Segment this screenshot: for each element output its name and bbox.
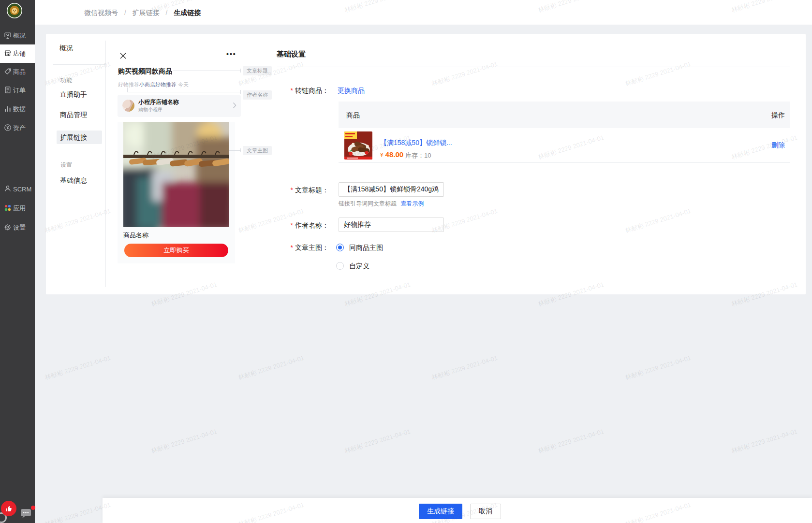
callout-badge-article-title: 文章标题 (243, 66, 272, 75)
store-subtitle: 购物小程序 (138, 106, 162, 113)
product-title-link[interactable]: 【满158减50】锁鲜锁... (380, 139, 452, 147)
view-example-link[interactable]: 查看示例 (400, 200, 424, 207)
product-price: ¥ 48.00 (380, 150, 403, 159)
close-icon (120, 53, 126, 60)
cancel-button[interactable]: 取消 (470, 504, 501, 519)
submenu-group-function: 功能 (60, 76, 72, 85)
submenu-divider-line (53, 152, 105, 152)
sidebar-item-assets[interactable]: 资产 (0, 119, 35, 137)
submenu-item-basic-info[interactable]: 基础信息 (60, 176, 87, 185)
sidebar-item-label: 设置 (13, 223, 26, 232)
sidebar-item-label: 资产 (13, 124, 26, 132)
watermark-text: 林献彬 2229 2021-04-01 (44, 501, 112, 523)
feedback-like-button[interactable] (1, 501, 16, 516)
callout-line-author (127, 92, 241, 92)
section-title: 基础设置 (277, 50, 306, 59)
sidebar-item-label: 概况 (13, 31, 26, 40)
change-product-link[interactable]: 更换商品 (338, 87, 365, 95)
radio-same-as-product-image[interactable] (336, 244, 344, 251)
sidebar-item-scrm[interactable]: SCRM (0, 180, 35, 198)
sidebar-item-orders[interactable]: 订单 (0, 81, 35, 100)
top-bar: 微信视频号 / 扩展链接 / 生成链接 (35, 0, 812, 25)
callout-line-image (229, 150, 241, 151)
submenu-item-product-management[interactable]: 商品管理 (60, 111, 87, 119)
workspace-avatar[interactable] (7, 3, 22, 18)
generate-link-button[interactable]: 生成链接 (419, 504, 462, 519)
callout-tick (240, 90, 241, 94)
submenu-item-live-assistant[interactable]: 直播助手 (60, 90, 87, 99)
submenu-group-settings: 设置 (60, 161, 72, 169)
primary-sidebar: 概况 店铺 商品 订单 数据 资产 SCRM 应用 设置 (0, 0, 35, 523)
sidebar-item-label: 订单 (13, 86, 26, 95)
callout-badge-article-image: 文章主图 (243, 146, 272, 155)
sidebar-item-goods[interactable]: 商品 (0, 63, 35, 81)
product-thumbnail (344, 131, 372, 160)
watermark-text: 林献彬 2229 2021-04-01 (624, 354, 692, 382)
delete-link[interactable]: 删除 (771, 141, 785, 150)
tag-icon (0, 68, 13, 77)
field-label-article-title: *文章标题： (266, 186, 329, 195)
callout-tick (240, 69, 241, 73)
watermark-text: 林献彬 2229 2021-04-01 (150, 427, 218, 456)
person-icon (0, 185, 13, 194)
column-header-product: 商品 (346, 111, 360, 120)
dashboard-icon (0, 31, 13, 41)
customer-service-button[interactable] (21, 509, 31, 521)
sidebar-item-label: 应用 (13, 204, 26, 213)
callout-line-title (173, 71, 241, 71)
section-divider (277, 67, 790, 67)
gear-icon (0, 223, 13, 232)
article-title-input[interactable] (339, 182, 444, 197)
product-table-header (339, 102, 790, 128)
watermark-text: 林献彬 2229 2021-04-01 (343, 427, 412, 456)
price-amount: 48.00 (385, 150, 404, 159)
submenu-item-extend-link[interactable]: 扩展链接 (60, 133, 87, 142)
product-stock: 库存：10 (405, 151, 431, 160)
sidebar-item-shop[interactable]: 店铺 (0, 44, 35, 63)
breadcrumb-separator: / (124, 9, 126, 16)
preview-article-title: 购买视频同款商品 (118, 67, 172, 76)
required-mark: * (291, 186, 293, 194)
order-icon (0, 86, 13, 95)
preview-channel-link: 小商店好物推荐 (139, 81, 177, 88)
breadcrumb-separator: / (166, 9, 168, 16)
chevron-right-icon (233, 102, 236, 110)
sidebar-item-overview[interactable]: 概况 (0, 27, 35, 45)
sidebar-item-label: 数据 (13, 105, 26, 114)
yuan-coin-icon (0, 124, 13, 133)
watermark-text: 林献彬 2229 2021-04-01 (237, 354, 305, 382)
submenu-divider (105, 41, 106, 287)
thumbs-up-icon (5, 505, 13, 513)
author-name-input[interactable] (339, 218, 444, 232)
submenu-divider-line (53, 64, 105, 65)
shop-icon (0, 49, 13, 58)
sidebar-item-settings[interactable]: 设置 (0, 218, 35, 237)
radio-label-same-as-product-image[interactable]: 同商品主图 (349, 244, 383, 252)
submenu-item-overview[interactable]: 概况 (59, 44, 73, 53)
chat-bubble-icon (21, 509, 31, 519)
required-mark: * (291, 244, 293, 251)
field-label-product: *转链商品： (266, 87, 329, 95)
breadcrumb-extend-link[interactable]: 扩展链接 (133, 9, 160, 16)
radio-custom-image[interactable] (336, 262, 344, 270)
preview-author-name: 好物推荐 (118, 81, 139, 88)
watermark-text: 林献彬 2229 2021-04-01 (537, 427, 605, 456)
radio-label-custom-image[interactable]: 自定义 (349, 262, 369, 271)
apps-icon (0, 204, 13, 213)
sidebar-item-apps[interactable]: 应用 (0, 199, 35, 218)
breadcrumb-channel[interactable]: 微信视频号 (84, 9, 118, 16)
breadcrumb: 微信视频号 / 扩展链接 / 生成链接 (84, 0, 201, 25)
preview-product-name: 商品名称 (123, 231, 148, 240)
sidebar-item-data[interactable]: 数据 (0, 100, 35, 118)
mini-program-store-card (118, 95, 241, 117)
field-label-author-name: *作者名称： (266, 221, 329, 230)
required-mark: * (291, 87, 293, 94)
currency-symbol: ¥ (380, 152, 384, 159)
watermark-text: 林献彬 2229 2021-04-01 (430, 354, 499, 382)
bar-chart-icon (0, 105, 13, 114)
watermark-text: 林献彬 2229 2021-04-01 (44, 354, 112, 382)
preview-time: 今天 (178, 81, 189, 88)
sidebar-item-label: 商品 (13, 68, 26, 76)
more-icon: ••• (226, 50, 236, 58)
buy-now-button: 立即购买 (124, 244, 228, 257)
